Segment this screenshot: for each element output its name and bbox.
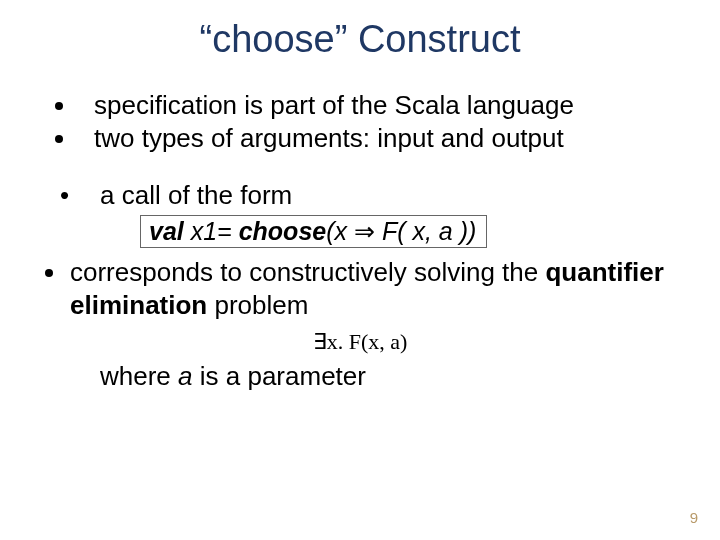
bullet-item: corresponds to constructively solving th… — [68, 256, 680, 321]
code-text: x1= — [184, 217, 239, 245]
param-line: where a is a parameter — [100, 361, 680, 392]
code-box: val x1= choose(x ⇒ F( x, a )) — [140, 215, 487, 248]
math-formula: ∃x. F(x, a) — [40, 329, 680, 355]
bullet-list-bottom: corresponds to constructively solving th… — [40, 256, 680, 321]
bullet-text: corresponds to constructively solving th… — [70, 257, 545, 287]
slide-title: “choose” Construct — [40, 18, 680, 61]
bullet-item: specification is part of the Scala langu… — [78, 89, 680, 122]
code-box-wrap: val x1= choose(x ⇒ F( x, a )) — [140, 215, 680, 248]
param-var: a — [178, 361, 192, 391]
param-text: is a parameter — [200, 361, 366, 391]
bullet-item: two types of arguments: input and output — [78, 122, 680, 155]
bullet-list-top: specification is part of the Scala langu… — [40, 89, 680, 154]
bullet-text: problem — [214, 290, 308, 320]
slide: “choose” Construct specification is part… — [0, 0, 720, 540]
bullet-dot-icon: • — [60, 180, 69, 211]
code-text: F( x, a )) — [375, 217, 476, 245]
page-number: 9 — [690, 509, 698, 526]
bullet-text: a call of the form — [100, 180, 292, 211]
code-keyword: val — [149, 217, 184, 245]
param-text: where — [100, 361, 178, 391]
code-keyword: choose — [239, 217, 327, 245]
bullet-item: • a call of the form — [40, 180, 680, 211]
double-arrow-icon: ⇒ — [354, 217, 375, 245]
code-text: (x — [326, 217, 354, 245]
